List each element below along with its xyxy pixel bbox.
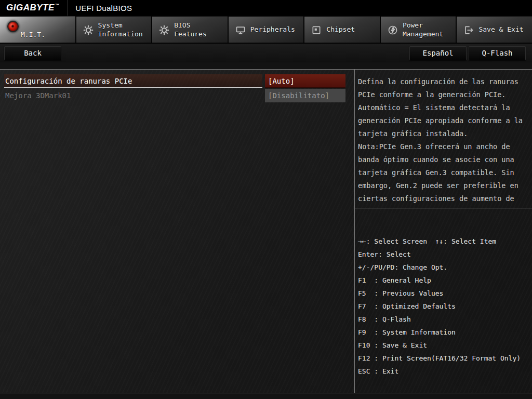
- setting-value[interactable]: [Auto]: [265, 74, 345, 88]
- help-line: Nota:PCIe Gen.3 ofrecerá un ancho de: [358, 140, 528, 153]
- tab-peripherals[interactable]: Peripherals: [229, 17, 304, 43]
- key-legend-line: Enter: Select: [358, 248, 530, 261]
- topbar-divider: [68, 0, 68, 16]
- mit-red-dot-icon: [7, 21, 19, 32]
- bios-gear-icon: [159, 25, 169, 35]
- key-legend-line: ESC : Exit: [358, 365, 530, 378]
- tab-label: Power Management: [403, 21, 453, 38]
- language-button[interactable]: Español: [409, 46, 467, 60]
- help-line: embargo, Gen.2 puede ser preferible en: [358, 179, 528, 192]
- help-line: generación PCIe apropiada conforme a la: [358, 114, 528, 127]
- key-legend-line: F8 : Q-Flash: [358, 313, 530, 326]
- help-line: tarjeta gráfica Gen.3 compatible. Sin: [358, 166, 528, 179]
- settings-list: Configuración de ranuras PCIe [Auto] Mej…: [0, 70, 355, 393]
- help-line: PCIe conforme a la generación PCIe.: [358, 88, 528, 101]
- tab-label: Save & Exit: [478, 25, 523, 34]
- key-legend-line: F12 : Print Screen(FAT16/32 Format Only): [358, 352, 530, 365]
- trademark-symbol: ™: [55, 3, 60, 8]
- key-legend-line: →←: Select Screen ↑↓: Select Item: [358, 235, 530, 248]
- key-legend-line: F5 : Previous Values: [358, 287, 530, 300]
- key-legend-line: F7 : Optimized Defaults: [358, 300, 530, 313]
- key-legend-line: F9 : System Information: [358, 326, 530, 339]
- help-line: tarjeta gráfica instalada.: [358, 127, 528, 140]
- page-title: UEFI DualBIOS: [75, 4, 132, 12]
- setting-value: [Disabilitato]: [265, 89, 345, 102]
- main-content: Configuración de ranuras PCIe [Auto] Mej…: [0, 69, 532, 393]
- topbar: GIGABYTE™ UEFI DualBIOS: [0, 0, 532, 16]
- setting-label: Configuración de ranuras PCIe: [4, 74, 262, 88]
- tab-mit[interactable]: M.I.T.: [0, 17, 75, 43]
- chipset-icon: [311, 25, 322, 35]
- help-line: Defina la configuración de las ranuras: [358, 75, 528, 88]
- key-legend-line: +/-/PU/PD: Change Opt.: [358, 261, 530, 274]
- gigabyte-logo: GIGABYTE™: [0, 3, 59, 13]
- power-icon: [388, 25, 398, 35]
- tab-power-management[interactable]: Power Management: [381, 17, 456, 43]
- tab-label: BIOS Features: [174, 21, 224, 38]
- tab-save-exit[interactable]: Save & Exit: [457, 17, 532, 43]
- key-legend-line: F10 : Save & Exit: [358, 339, 530, 352]
- tab-chipset[interactable]: Chipset: [304, 17, 380, 43]
- tab-system-information[interactable]: System Information: [76, 17, 152, 43]
- tab-bios-features[interactable]: BIOS Features: [152, 17, 228, 43]
- help-description: Defina la configuración de las ranuras P…: [355, 70, 532, 208]
- save-exit-icon: [463, 25, 474, 35]
- tab-label: M.I.T.: [21, 31, 45, 39]
- peripherals-icon: [235, 25, 246, 35]
- qflash-button[interactable]: Q-Flash: [469, 46, 526, 60]
- help-line: ciertas configuraciones de aumento de: [358, 192, 528, 205]
- tab-label: Peripherals: [250, 25, 295, 34]
- help-line: banda óptimo cuando se asocie con una: [358, 153, 528, 166]
- key-legend: →←: Select Screen ↑↓: Select Item Enter:…: [355, 208, 532, 378]
- key-legend-line: F1 : General Help: [358, 274, 530, 287]
- tab-bar: M.I.T. System Information: [0, 16, 532, 44]
- tab-label: System Information: [98, 21, 148, 38]
- setting-row-pcie-slot-configuration[interactable]: Configuración de ranuras PCIe [Auto]: [0, 74, 354, 88]
- help-panel: Defina la configuración de las ranuras P…: [355, 70, 532, 393]
- help-line: Automático = El sistema detectará la: [358, 101, 528, 114]
- setting-row-3dmark01-enhancement: Mejora 3DMark01 [Disabilitato]: [0, 89, 354, 102]
- bios-screen: GIGABYTE™ UEFI DualBIOS M.I.T. System In…: [0, 0, 532, 399]
- toolbar: Back Español Q-Flash: [0, 44, 532, 62]
- gear-icon: [83, 25, 94, 35]
- tab-label: Chipset: [326, 25, 355, 34]
- back-button[interactable]: Back: [4, 46, 61, 60]
- setting-label: Mejora 3DMark01: [4, 89, 262, 102]
